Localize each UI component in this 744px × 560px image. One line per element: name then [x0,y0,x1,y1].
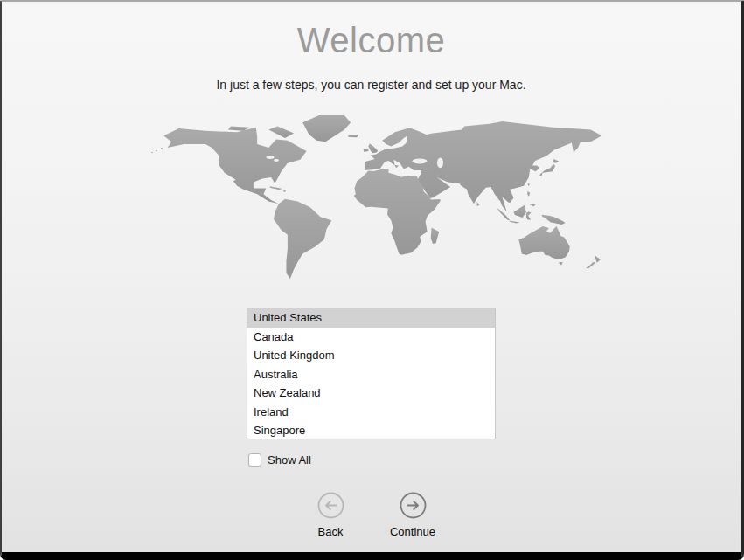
country-list-item-ireland[interactable]: Ireland [247,403,495,422]
country-list-item-united-states[interactable]: United States [247,308,495,328]
country-list-item-canada[interactable]: Canada [247,328,495,347]
country-list-item-united-kingdom[interactable]: United Kingdom [247,346,495,365]
country-list: United States Canada United Kingdom Aust… [247,308,496,439]
show-all-option[interactable]: Show All [248,452,311,467]
world-map-image [149,112,603,285]
country-list-item-australia[interactable]: Australia [247,365,495,384]
country-list-item-singapore[interactable]: Singapore [247,421,495,439]
continue-arrow-icon [400,492,427,519]
continue-button[interactable]: Continue [373,492,452,538]
show-all-label: Show All [268,453,311,467]
continue-button-label: Continue [373,525,452,538]
back-button[interactable]: Back [291,492,370,538]
page-subtitle: In just a few steps, you can register an… [2,78,741,92]
back-arrow-icon [317,492,344,519]
page-title: Welcome [2,21,741,60]
setup-assistant-screen: Welcome In just a few steps, you can reg… [0,0,744,560]
back-button-label: Back [291,525,370,538]
country-list-item-new-zealand[interactable]: New Zealand [247,384,495,403]
show-all-checkbox[interactable] [248,453,261,467]
